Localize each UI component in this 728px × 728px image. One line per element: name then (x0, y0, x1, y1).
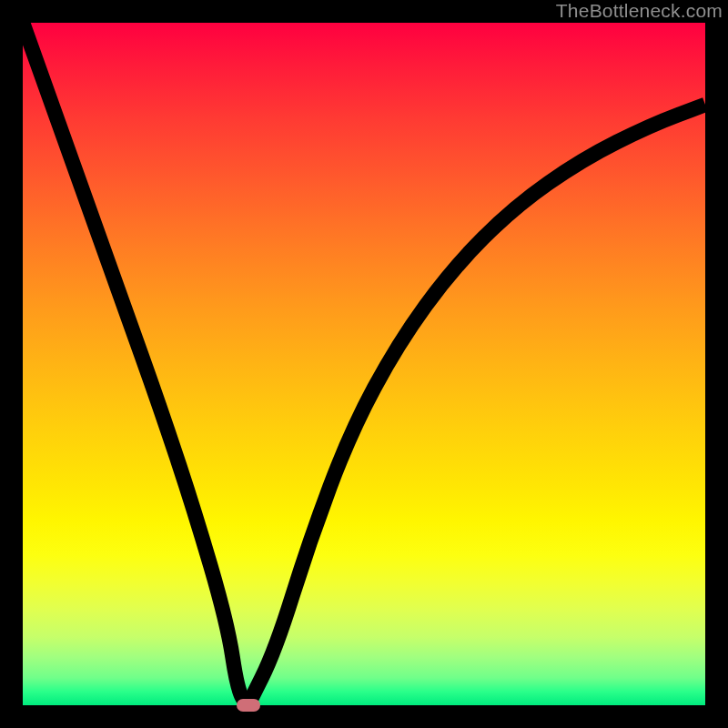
curve-svg (23, 23, 705, 705)
chart-frame: TheBottleneck.com (0, 0, 728, 728)
plot-area (23, 23, 705, 705)
vertex-marker (237, 699, 260, 712)
curve-path-left (23, 23, 248, 705)
curve-path-right (248, 105, 706, 705)
watermark-text: TheBottleneck.com (556, 0, 723, 22)
